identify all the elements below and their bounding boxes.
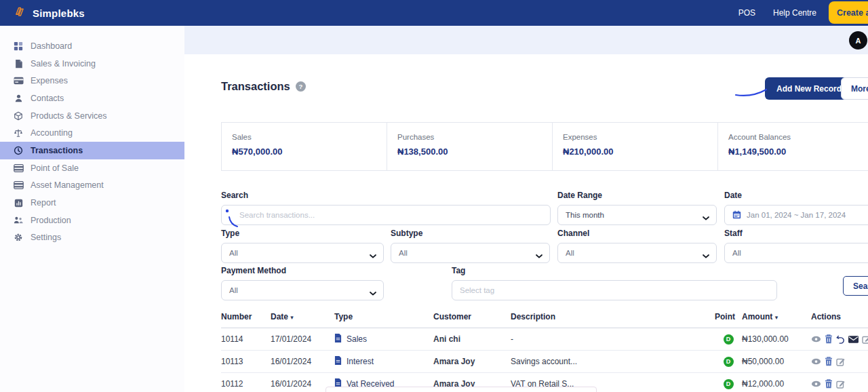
card-value: ₦570,000.00 (232, 146, 387, 157)
filter-staff: Staff All (724, 229, 868, 263)
type-select[interactable]: All (221, 243, 384, 263)
nav-link-help-centre[interactable]: Help Centre (773, 8, 816, 18)
filter-tag: Tag (452, 266, 777, 300)
filter-label: Type (221, 229, 384, 238)
filter-channel: Channel All (557, 229, 717, 263)
add-new-record-button[interactable]: Add New Record (765, 77, 853, 100)
sidebar-item-transactions[interactable]: Transactions (0, 142, 184, 159)
cell-number: 10114 (221, 328, 271, 351)
date-range-select[interactable]: This month (557, 205, 717, 225)
delete-icon[interactable] (825, 379, 833, 389)
more-button[interactable]: More (841, 77, 868, 100)
tag-input[interactable] (452, 280, 777, 300)
avatar[interactable]: A (849, 31, 867, 50)
channel-value: All (566, 249, 574, 257)
column-header-amount[interactable]: Amount ▾ (742, 312, 811, 328)
filter-label: Date Range (557, 191, 717, 200)
sidebar-item-dashboard[interactable]: Dashboard (0, 37, 184, 55)
sidebar-item-label: Report (31, 198, 56, 208)
card-purchases: Purchases ₦138,500.00 (387, 122, 553, 171)
filter-label: Search (221, 191, 551, 200)
point-badge: D (724, 379, 734, 389)
channel-select[interactable]: All (557, 243, 717, 263)
column-header-customer[interactable]: Customer (433, 312, 511, 328)
nav-link-pos[interactable]: POS (738, 8, 755, 18)
cell-actions (811, 357, 868, 366)
payment-method-select[interactable]: All (221, 280, 384, 300)
delete-icon[interactable] (825, 334, 833, 344)
sort-desc-icon: ▾ (290, 314, 294, 321)
table-row[interactable]: 10114 17/01/2024 Sales Ani chi - D ₦130,… (221, 328, 868, 351)
report-icon (13, 197, 24, 208)
sidebar-item-contacts[interactable]: Contacts (0, 90, 184, 107)
chevron-down-icon (703, 214, 709, 222)
search-button[interactable]: Search (843, 276, 868, 296)
date-picker[interactable]: Jan 01, 2024 ~ Jan 17, 2024 (724, 205, 868, 225)
delete-icon[interactable] (825, 357, 833, 366)
sidebar-item-accounting[interactable]: Accounting (0, 124, 184, 142)
cell-amount: ₦130,000.00 (742, 328, 811, 351)
brand[interactable]: Simplebks (12, 0, 85, 26)
sidebar-item-sales-invoicing[interactable]: Sales & Invoicing (0, 55, 184, 73)
view-icon[interactable] (811, 336, 821, 342)
cell-point: D (715, 328, 742, 351)
column-header-description[interactable]: Description (511, 312, 715, 328)
edit-icon[interactable] (862, 335, 868, 344)
view-icon[interactable] (811, 358, 821, 365)
accounting-icon (13, 128, 24, 138)
cell-amount: ₦12,000.00 (742, 373, 811, 392)
create-button[interactable]: Create a (829, 1, 868, 24)
products-icon (13, 111, 24, 121)
filter-type: Type All (221, 229, 384, 263)
card-account-balances: Account Balances ₦1,149,500.00 (717, 122, 868, 171)
help-icon[interactable]: ? (296, 81, 306, 92)
point-badge: D (724, 357, 734, 367)
cell-number: 10113 (221, 351, 271, 373)
sidebar-item-report[interactable]: Report (0, 194, 184, 212)
sidebar-item-label: Expenses (31, 76, 68, 85)
email-icon[interactable] (848, 336, 859, 343)
sidebar-item-point-of-sale[interactable]: Point of Sale (0, 159, 184, 177)
filter-label: Date (724, 191, 868, 200)
cell-date: 16/01/2024 (271, 373, 334, 392)
search-input[interactable] (221, 205, 551, 225)
column-header-point[interactable]: Point (715, 312, 742, 328)
app-window: Simplebks POS Help Centre Create a A Das… (0, 0, 868, 392)
point-badge: D (724, 334, 734, 345)
popup-panel (326, 387, 597, 392)
column-header-date[interactable]: Date ▾ (271, 312, 334, 328)
sidebar-item-products-services[interactable]: Products & Services (0, 107, 184, 125)
table-header-row: Number Date ▾ Type Customer Description … (221, 312, 868, 328)
edit-icon[interactable] (836, 380, 845, 389)
cell-point: D (715, 373, 742, 392)
chevron-down-icon (370, 252, 376, 260)
sidebar-item-label: Sales & Invoicing (31, 59, 96, 68)
sidebar-item-asset-management[interactable]: Asset Management (0, 177, 184, 195)
filter-label: Tag (452, 266, 777, 275)
staff-select[interactable]: All (724, 243, 868, 263)
sidebar-item-production[interactable]: Production (0, 212, 184, 229)
column-header-type[interactable]: Type (334, 312, 433, 328)
filter-date: Date Jan 01, 2024 ~ Jan 17, 2024 (724, 191, 868, 225)
calendar-icon (732, 210, 741, 220)
simplebks-logo-icon (12, 4, 27, 22)
cell-point: D (715, 351, 742, 373)
table-row[interactable]: 10113 16/01/2024 Interest Amara Joy Savi… (221, 351, 868, 373)
sidebar-item-label: Asset Management (31, 180, 104, 190)
reverse-icon[interactable] (836, 335, 845, 344)
cell-description: Savings account... (511, 351, 715, 373)
cell-date: 16/01/2024 (271, 351, 334, 373)
subtype-select[interactable]: All (391, 243, 550, 263)
view-icon[interactable] (811, 380, 821, 387)
document-icon (334, 334, 342, 345)
sidebar-item-settings[interactable]: Settings (0, 229, 184, 247)
transactions-table: Number Date ▾ Type Customer Description … (221, 312, 868, 392)
staff-value: All (732, 249, 741, 257)
card-value: ₦138,500.00 (397, 146, 552, 157)
header-strip (184, 26, 868, 54)
subtype-value: All (399, 249, 408, 257)
sidebar-item-expenses[interactable]: Expenses (0, 72, 184, 90)
edit-icon[interactable] (836, 357, 845, 366)
column-header-number[interactable]: Number (221, 312, 271, 328)
cell-customer: Ani chi (433, 328, 511, 351)
